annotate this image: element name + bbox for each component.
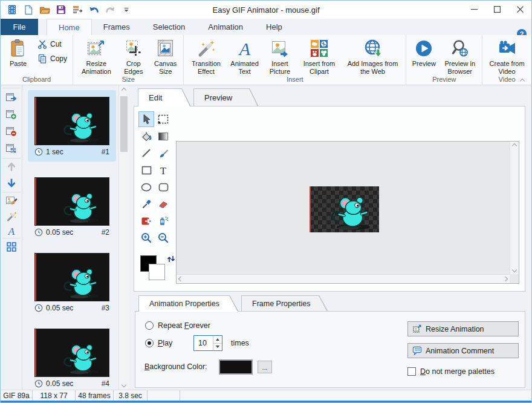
animated-text-button[interactable]: A Animated Text xyxy=(227,37,263,76)
duplicate-frame-button[interactable] xyxy=(5,142,18,154)
manage-frames-grid-button[interactable] xyxy=(5,241,18,253)
spin-down-icon[interactable] xyxy=(213,344,222,351)
animation-comment-button[interactable]: Animation Comment xyxy=(407,343,519,358)
frame-thumbnail-2[interactable] xyxy=(34,177,109,226)
animation-background-color-swatch[interactable] xyxy=(219,359,253,375)
move-frame-down-button[interactable] xyxy=(5,177,18,189)
undo-button[interactable] xyxy=(87,3,100,16)
canvas-size-button[interactable]: Canvas Size xyxy=(149,37,182,76)
customize-toolbar-button[interactable] xyxy=(120,3,133,16)
export-frames-button[interactable] xyxy=(71,3,84,16)
frame-item-2[interactable]: 0.05 sec #2 xyxy=(28,171,116,242)
background-color-swatch[interactable] xyxy=(149,264,165,280)
frame-item-1[interactable]: 1 sec #1 xyxy=(28,90,116,162)
add-images-web-button[interactable]: Add Images from the Web xyxy=(342,37,404,76)
scroll-left-icon[interactable] xyxy=(177,275,185,283)
preview-in-browser-button[interactable]: Preview in Browser xyxy=(440,37,480,76)
paste-button[interactable]: Paste xyxy=(2,37,34,68)
radio-icon[interactable] xyxy=(145,321,154,330)
tab-edit[interactable]: Edit xyxy=(138,88,191,106)
scroll-down-icon[interactable] xyxy=(510,266,519,274)
tool-fill-bucket[interactable] xyxy=(138,128,154,144)
crop-edges-button[interactable]: Crop Edges xyxy=(118,37,149,76)
tool-eyedropper[interactable] xyxy=(138,196,154,212)
canvas-horizontal-scrollbar[interactable] xyxy=(177,274,510,283)
scrollbar-thumb[interactable] xyxy=(120,96,128,152)
scroll-right-icon[interactable] xyxy=(501,275,510,283)
tab-edit-preview[interactable]: Preview xyxy=(193,88,259,106)
insert-picture-button[interactable]: Insert Picture xyxy=(263,37,297,76)
tab-animation-properties[interactable]: Animation Properties xyxy=(138,295,239,312)
close-icon[interactable] xyxy=(508,1,531,18)
play-radio[interactable]: Play xyxy=(145,339,172,347)
preview-button[interactable]: Preview xyxy=(408,37,440,68)
radio-checked-icon[interactable] xyxy=(145,339,154,347)
drawing-canvas-area[interactable] xyxy=(176,141,519,284)
tab-frame-properties[interactable]: Frame Properties xyxy=(241,295,328,312)
minimize-icon[interactable] xyxy=(462,1,485,18)
open-file-button[interactable] xyxy=(38,3,51,16)
resize-animation-panel-button[interactable]: Resize Animation xyxy=(407,321,519,336)
tool-eraser[interactable] xyxy=(155,196,171,212)
tool-select-cursor[interactable] xyxy=(138,111,154,127)
tool-text[interactable]: T xyxy=(155,162,171,178)
insert-from-clipart-icon xyxy=(309,38,329,59)
insert-from-clipart-button[interactable]: Insert from Clipart xyxy=(297,37,342,76)
tool-gradient[interactable] xyxy=(155,128,171,144)
tool-rounded-rectangle[interactable] xyxy=(155,179,171,195)
scroll-up-icon[interactable] xyxy=(510,142,519,150)
frame-item-3[interactable]: 0.05 sec #3 xyxy=(28,246,116,318)
frame-thumbnail-3[interactable] xyxy=(34,253,109,301)
frame-thumbnail-4[interactable] xyxy=(34,329,109,377)
tool-marquee-select[interactable] xyxy=(155,111,171,127)
tab-animation[interactable]: Animation xyxy=(196,19,255,35)
tool-zoom-in[interactable] xyxy=(138,230,154,246)
tool-ellipse[interactable] xyxy=(138,179,154,195)
save-file-button[interactable] xyxy=(54,3,68,16)
canvas-vertical-scrollbar[interactable] xyxy=(510,142,519,274)
spin-up-icon[interactable] xyxy=(213,336,222,344)
create-from-video-button[interactable]: Create from Video xyxy=(484,37,530,76)
preview-in-browser-icon xyxy=(450,38,470,59)
frame-wand-button[interactable] xyxy=(5,211,18,223)
move-frame-up-button[interactable] xyxy=(5,161,18,173)
tab-selection[interactable]: Selection xyxy=(141,19,196,35)
scroll-up-icon[interactable] xyxy=(119,85,129,95)
swap-colors-icon[interactable] xyxy=(167,254,175,264)
tab-help[interactable]: Help xyxy=(255,19,294,35)
edit-frame-button[interactable] xyxy=(5,194,18,206)
tab-home[interactable]: Home xyxy=(47,19,92,35)
transition-effect-button[interactable]: Transition Effect xyxy=(186,37,226,76)
collapse-ribbon-button[interactable] xyxy=(521,74,524,85)
repeat-forever-radio[interactable]: Repeat Forever xyxy=(145,321,210,330)
extract-frame-button[interactable] xyxy=(5,91,18,103)
new-file-button[interactable] xyxy=(22,3,35,16)
checkbox-icon[interactable] xyxy=(407,367,416,376)
add-frame-button[interactable] xyxy=(5,108,18,120)
tool-line[interactable] xyxy=(138,145,154,161)
delete-frame-button[interactable] xyxy=(5,125,18,137)
tool-brush[interactable] xyxy=(155,145,171,161)
tab-file[interactable]: File xyxy=(1,19,38,35)
frame-thumbnail-1[interactable] xyxy=(34,97,109,145)
animated-text-label: Animated Text xyxy=(229,60,261,76)
merge-palettes-checkbox[interactable]: Do not merge palettes xyxy=(407,367,495,376)
tab-frames[interactable]: Frames xyxy=(92,19,141,35)
tool-zoom-out[interactable] xyxy=(155,230,171,246)
scroll-down-icon[interactable] xyxy=(119,380,129,390)
resize-animation-button[interactable]: Resize Animation xyxy=(75,37,118,76)
frame-text-button[interactable]: A xyxy=(5,225,18,237)
tool-rectangle[interactable] xyxy=(138,162,154,178)
play-times-value[interactable]: 10 xyxy=(194,336,213,350)
background-color-browse-button[interactable]: ... xyxy=(258,361,272,373)
copy-button[interactable]: Copy xyxy=(34,51,71,66)
tool-replace-color[interactable] xyxy=(138,213,154,229)
maximize-icon[interactable] xyxy=(485,1,508,18)
frame-list-scrollbar[interactable] xyxy=(118,85,129,390)
gif-canvas[interactable] xyxy=(310,186,379,232)
frame-item-4[interactable]: 0.05 sec #4 xyxy=(28,322,116,390)
tool-spray[interactable] xyxy=(155,213,171,229)
redo-button[interactable] xyxy=(103,3,117,16)
play-times-spinner[interactable]: 10 xyxy=(193,335,222,351)
cut-button[interactable]: Cut xyxy=(34,37,71,51)
